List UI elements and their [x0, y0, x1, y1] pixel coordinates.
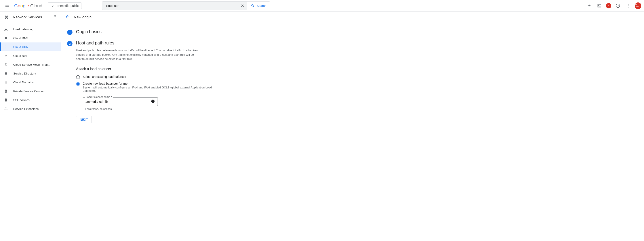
- sidebar-nav: Load balancing Cloud DNS Cloud CDN Cloud…: [0, 23, 61, 115]
- radio-input: [76, 82, 80, 86]
- nat-icon: [4, 54, 8, 58]
- step1-title: Origin basics: [76, 29, 223, 34]
- back-button[interactable]: [65, 14, 70, 20]
- stepper: Origin basics 2 Host and path rules Host…: [61, 23, 229, 135]
- sidebar-title: Network Services: [13, 15, 49, 20]
- directory-icon: [4, 72, 8, 76]
- main: New origin Origin basics 2 Host and path…: [61, 12, 644, 241]
- svg-rect-13: [7, 110, 8, 110]
- svg-rect-9: [7, 30, 8, 31]
- step2-title: Host and path rules: [76, 40, 223, 46]
- svg-point-4: [628, 5, 628, 6]
- svg-point-2: [52, 6, 53, 7]
- page-title: New origin: [74, 15, 92, 20]
- nav-cloud-nat[interactable]: Cloud NAT: [0, 51, 61, 60]
- check-icon: [68, 31, 72, 34]
- radio-create-lb[interactable]: Create new load balancer for me System w…: [76, 82, 223, 92]
- mesh-icon: [4, 62, 8, 66]
- nav-load-balancing[interactable]: Load balancing: [0, 25, 61, 34]
- cdn-icon: [4, 45, 8, 49]
- cloud-shell-button[interactable]: [596, 2, 603, 9]
- nav-service-extensions[interactable]: Service Extensions: [0, 104, 61, 113]
- more-vert-icon: [626, 3, 630, 8]
- page-header: New origin: [61, 12, 644, 23]
- search-button[interactable]: Search: [247, 2, 270, 10]
- svg-point-14: [152, 100, 155, 103]
- arrow-back-icon: [65, 14, 70, 19]
- hamburger-icon: [5, 4, 9, 8]
- step2-description: Host and path rules determine how your t…: [76, 48, 200, 61]
- google-cloud-logo[interactable]: Google Cloud: [14, 3, 42, 8]
- svg-point-3: [628, 4, 628, 5]
- lb-name-help[interactable]: [151, 99, 155, 104]
- extensions-icon: [4, 107, 8, 111]
- svg-point-5: [628, 7, 628, 8]
- search-icon: [251, 4, 255, 8]
- svg-rect-12: [6, 110, 6, 110]
- nav-cloud-domains[interactable]: Cloud Domains: [0, 78, 61, 87]
- step-host-path-rules: 2 Host and path rules Host and path rule…: [67, 40, 223, 129]
- nav-ssl-policies[interactable]: SSL policies: [0, 96, 61, 104]
- project-picker-icon: [51, 4, 54, 8]
- pin-button[interactable]: [53, 15, 57, 19]
- gemini-button[interactable]: [586, 2, 593, 9]
- psc-icon: [4, 89, 8, 93]
- nav-cloud-dns[interactable]: Cloud DNS: [0, 34, 61, 42]
- sidebar-header: Network Services: [0, 12, 61, 23]
- svg-rect-6: [6, 28, 6, 28]
- radio-existing-lb[interactable]: Select an existing load balancer: [76, 75, 223, 79]
- sparkle-icon: [587, 3, 592, 8]
- nav-service-mesh[interactable]: Cloud Service Mesh (Traff…: [0, 60, 61, 69]
- help-filled-icon: [151, 99, 155, 103]
- search-clear-button[interactable]: [238, 2, 247, 10]
- lb-name-field: Load Balancer name * Lowercase, no space…: [83, 97, 158, 110]
- sidebar: Network Services Load balancing Cloud DN…: [0, 12, 61, 241]
- pin-icon: [53, 15, 57, 18]
- help-icon: [616, 3, 620, 8]
- account-avatar[interactable]: Ant Media: [635, 2, 641, 9]
- help-button[interactable]: [614, 2, 622, 9]
- svg-point-0: [52, 5, 52, 5]
- more-button[interactable]: [624, 2, 632, 9]
- nav-service-directory[interactable]: Service Directory: [0, 69, 61, 78]
- project-picker[interactable]: antmedia-public: [48, 2, 82, 9]
- nav-private-service-connect[interactable]: Private Service Connect: [0, 87, 61, 96]
- lb-name-label: Load Balancer name *: [85, 96, 113, 98]
- lb-name-hint: Lowercase, no spaces.: [85, 108, 158, 110]
- svg-rect-8: [6, 30, 6, 31]
- radio-input: [76, 75, 80, 79]
- ssl-icon: [4, 98, 8, 102]
- topbar: Google Cloud antmedia-public Search 4 An…: [0, 0, 644, 12]
- menu-button[interactable]: [3, 1, 12, 10]
- next-button[interactable]: NEXT: [76, 116, 92, 123]
- svg-point-1: [53, 5, 54, 5]
- topbar-right: 4 Ant Media: [586, 2, 641, 9]
- dns-icon: [4, 36, 8, 40]
- domains-icon: [4, 80, 8, 84]
- svg-rect-10: [6, 107, 6, 108]
- project-name: antmedia-public: [57, 4, 79, 8]
- notifications-badge[interactable]: 4: [606, 3, 611, 8]
- network-services-icon: [4, 15, 9, 20]
- searchbox: Search: [102, 1, 270, 10]
- search-input[interactable]: [102, 2, 238, 10]
- svg-rect-7: [4, 30, 5, 31]
- lb-name-input[interactable]: [86, 100, 151, 104]
- nav-cloud-cdn[interactable]: Cloud CDN: [0, 42, 61, 51]
- step-origin-basics: Origin basics: [67, 29, 223, 40]
- lb-radio-group: Select an existing load balancer Create …: [76, 75, 223, 92]
- step2-marker: 2: [67, 41, 72, 46]
- attach-lb-title: Attach a load balancer: [76, 67, 223, 71]
- terminal-icon: [597, 3, 602, 8]
- step1-marker[interactable]: [67, 30, 72, 35]
- svg-rect-11: [4, 110, 5, 110]
- close-icon: [241, 4, 245, 8]
- load-balancing-icon: [4, 27, 8, 31]
